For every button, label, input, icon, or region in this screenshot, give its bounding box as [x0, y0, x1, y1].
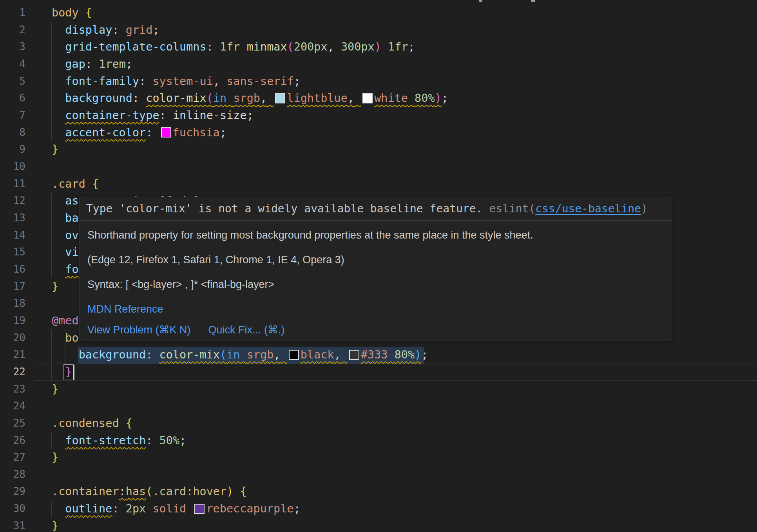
color-swatch-token[interactable]: rebeccapurple: [193, 502, 293, 515]
code-line[interactable]: gap: 1rem;: [52, 56, 132, 73]
line-number[interactable]: 13: [0, 210, 25, 227]
line-number[interactable]: 3: [0, 38, 25, 56]
code-token: color-mix: [159, 348, 220, 361]
code-line[interactable]: }: [52, 364, 72, 381]
code-token: {: [126, 417, 132, 430]
line-number[interactable]: 4: [0, 56, 25, 73]
code-token: [119, 417, 126, 430]
problem-source-suffix: ): [641, 202, 648, 215]
color-swatch-token[interactable]: white: [361, 92, 408, 105]
code-token: [334, 40, 341, 53]
code-line[interactable]: }: [52, 449, 58, 466]
line-number[interactable]: 31: [0, 518, 25, 532]
line-number[interactable]: 29: [0, 483, 25, 500]
line-number[interactable]: 24: [0, 398, 25, 415]
view-problem-button[interactable]: View Problem (⌘K N): [87, 324, 191, 336]
problem-source-prefix: eslint(: [489, 202, 535, 215]
code-line[interactable]: }: [52, 141, 58, 158]
problem-message-row: Type 'color-mix' is not a widely availab…: [80, 197, 672, 221]
line-number[interactable]: 8: [0, 124, 25, 141]
line-number[interactable]: 19: [0, 312, 25, 329]
code-token: :: [112, 24, 119, 36]
code-token: display: [65, 24, 112, 36]
code-token: [381, 40, 388, 53]
code-line[interactable]: font-family: system-ui, sans-serif;: [52, 73, 301, 90]
code-line[interactable]: }: [52, 518, 58, 532]
warning-squiggle: outline: [65, 502, 112, 515]
line-number[interactable]: 27: [0, 449, 25, 466]
line-number[interactable]: 14: [0, 227, 25, 244]
code-token: [213, 40, 220, 53]
code-line[interactable]: vi: [52, 244, 79, 261]
code-token: 80%: [395, 348, 415, 361]
code-line[interactable]: @med: [52, 312, 79, 329]
line-number[interactable]: 9: [0, 141, 25, 158]
quick-fix-button[interactable]: Quick Fix... (⌘.): [208, 324, 285, 336]
line-number[interactable]: 5: [0, 73, 25, 90]
code-token: .condensed: [52, 417, 119, 430]
line-number[interactable]: 16: [0, 261, 25, 278]
code-token: }: [52, 451, 58, 464]
code-line[interactable]: font-stretch: 50%;: [52, 432, 186, 449]
line-number[interactable]: 1: [0, 4, 25, 22]
code-token: [388, 348, 394, 361]
lint-rule-link[interactable]: css/use-baseline: [535, 202, 641, 215]
code-line[interactable]: bo: [52, 329, 79, 347]
code-token: [152, 434, 159, 447]
code-token: [52, 58, 65, 71]
line-number[interactable]: 25: [0, 415, 25, 432]
line-number[interactable]: 12: [0, 192, 25, 210]
line-number[interactable]: 6: [0, 90, 25, 107]
code-token: [52, 126, 65, 139]
code-line[interactable]: display: grid;: [52, 22, 159, 39]
line-number[interactable]: 10: [0, 158, 25, 176]
line-number[interactable]: 23: [0, 381, 25, 398]
code-line[interactable]: .container:has(.card:hover) {: [52, 483, 247, 500]
code-token: [139, 92, 146, 105]
color-swatch-token[interactable]: black: [287, 348, 334, 361]
warning-squiggle: color-mix(in srgb, lightblue, white 80%): [146, 92, 442, 105]
line-number[interactable]: 18: [0, 295, 25, 312]
code-line[interactable]: }: [52, 278, 58, 295]
line-number[interactable]: 21: [0, 346, 25, 364]
code-token: :: [146, 126, 152, 139]
code-line[interactable]: fo: [52, 261, 79, 278]
code-line[interactable]: outline: 2px solid rebeccapurple;: [52, 500, 301, 518]
code-line[interactable]: body {: [52, 4, 92, 22]
code-token: [52, 194, 65, 207]
line-number[interactable]: 26: [0, 432, 25, 449]
code-token: [52, 229, 65, 242]
hover-action-bar: View Problem (⌘K N) Quick Fix... (⌘.): [80, 319, 672, 340]
line-number[interactable]: 7: [0, 107, 25, 124]
code-token: (: [146, 485, 152, 498]
line-number[interactable]: 28: [0, 466, 25, 483]
code-line[interactable]: .card {: [52, 176, 99, 193]
color-swatch-token[interactable]: lightblue: [273, 92, 347, 105]
code-token: [119, 502, 126, 515]
code-line[interactable]: ov: [52, 227, 79, 244]
code-line[interactable]: background: color-mix(in srgb, lightblue…: [52, 90, 448, 107]
line-number[interactable]: 15: [0, 244, 25, 261]
code-line[interactable]: accent-color: fuchsia;: [52, 124, 226, 141]
line-number[interactable]: 17: [0, 278, 25, 295]
line-number[interactable]: 2: [0, 22, 25, 39]
line-number[interactable]: 30: [0, 500, 25, 518]
color-swatch-token[interactable]: #333: [348, 348, 388, 361]
code-token: 80%: [415, 92, 435, 105]
code-token: ,: [273, 348, 280, 361]
line-number[interactable]: 22: [0, 364, 25, 381]
code-line[interactable]: }: [52, 381, 58, 398]
color-swatch-token[interactable]: fuchsia: [159, 126, 220, 139]
mdn-reference-link[interactable]: MDN Reference: [87, 303, 163, 315]
code-line[interactable]: grid-template-columns: 1fr minmax(200px,…: [52, 38, 415, 56]
code-token: font-family: [65, 75, 139, 88]
line-number[interactable]: 11: [0, 176, 25, 193]
code-line[interactable]: background: color-mix(in srgb, black, #3…: [52, 346, 428, 364]
code-line[interactable]: ba: [52, 210, 79, 227]
code-token: {: [85, 6, 92, 19]
code-line[interactable]: container-type: inline-size;: [52, 107, 254, 124]
code-token: color-mix: [146, 92, 206, 105]
code-line[interactable]: .condensed {: [52, 415, 132, 432]
warning-squiggle: fo: [65, 263, 78, 276]
line-number[interactable]: 20: [0, 329, 25, 347]
